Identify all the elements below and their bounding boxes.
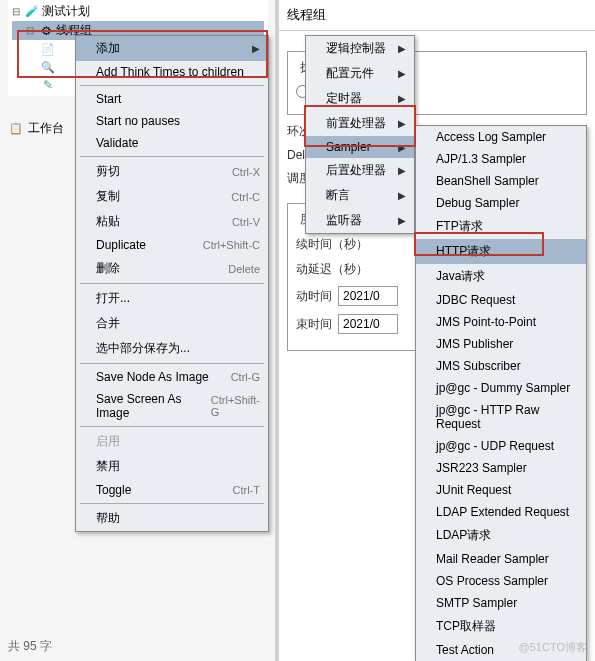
sampler-item[interactable]: JMS Publisher [416, 333, 586, 355]
sampler-item[interactable]: SMTP Sampler [416, 592, 586, 614]
sampler-item[interactable]: Access Log Sampler [416, 126, 586, 148]
end-time-label: 束时间 [296, 316, 332, 333]
start-time-input[interactable] [338, 286, 398, 306]
testplan-icon [24, 4, 40, 20]
menu-open[interactable]: 打开... [76, 286, 268, 311]
menu-start[interactable]: Start [76, 88, 268, 110]
submenu-preprocessor[interactable]: 前置处理器▶ [306, 111, 414, 136]
menu-disable[interactable]: 禁用 [76, 454, 268, 479]
gear-icon [38, 23, 54, 39]
sampler-item[interactable]: AJP/1.3 Sampler [416, 148, 586, 170]
sampler-item[interactable]: JMS Subscriber [416, 355, 586, 377]
sampler-item[interactable]: HTTP请求 [416, 239, 586, 264]
context-menu: 添加▶ Add Think Times to children Start St… [75, 35, 269, 532]
panel-title: 线程组 [279, 0, 595, 31]
menu-start-no-pauses[interactable]: Start no pauses [76, 110, 268, 132]
menu-duplicate[interactable]: DuplicateCtrl+Shift-C [76, 234, 268, 256]
submenu-logic[interactable]: 逻辑控制器▶ [306, 36, 414, 61]
clipboard-icon [8, 121, 24, 137]
sampler-item[interactable]: JSR223 Sampler [416, 457, 586, 479]
workbench-node[interactable]: 工作台 [8, 120, 64, 137]
menu-delete[interactable]: 删除Delete [76, 256, 268, 281]
submenu-postprocessor[interactable]: 后置处理器▶ [306, 158, 414, 183]
menu-save-selection[interactable]: 选中部分保存为... [76, 336, 268, 361]
sampler-item[interactable]: BeanShell Sampler [416, 170, 586, 192]
menu-save-node-image[interactable]: Save Node As ImageCtrl-G [76, 366, 268, 388]
chevron-right-icon: ▶ [398, 190, 406, 201]
submenu-add: 逻辑控制器▶ 配置元件▶ 定时器▶ 前置处理器▶ Sampler▶ 后置处理器▶… [305, 35, 415, 234]
chevron-right-icon: ▶ [398, 215, 406, 226]
menu-merge[interactable]: 合并 [76, 311, 268, 336]
sampler-item[interactable]: LDAP请求 [416, 523, 586, 548]
footer-text: 共 95 字 [8, 638, 52, 655]
chevron-right-icon: ▶ [398, 68, 406, 79]
doc-icon [40, 41, 56, 57]
sampler-item[interactable]: jp@gc - Dummy Sampler [416, 377, 586, 399]
sampler-item[interactable]: JUnit Request [416, 479, 586, 501]
submenu-sampler[interactable]: Sampler▶ [306, 136, 414, 158]
menu-add[interactable]: 添加▶ [76, 36, 268, 61]
sampler-item[interactable]: jp@gc - HTTP Raw Request [416, 399, 586, 435]
workbench-label: 工作台 [28, 120, 64, 137]
chevron-right-icon: ▶ [398, 93, 406, 104]
toggle-icon[interactable]: ⊟ [12, 6, 22, 17]
submenu-assertion[interactable]: 断言▶ [306, 183, 414, 208]
sampler-item[interactable]: Debug Sampler [416, 192, 586, 214]
submenu-config[interactable]: 配置元件▶ [306, 61, 414, 86]
menu-cut[interactable]: 剪切Ctrl-X [76, 159, 268, 184]
menu-validate[interactable]: Validate [76, 132, 268, 154]
start-time-label: 动时间 [296, 288, 332, 305]
sampler-item[interactable]: jp@gc - UDP Request [416, 435, 586, 457]
sampler-item[interactable]: FTP请求 [416, 214, 586, 239]
sampler-item[interactable]: JMS Point-to-Point [416, 311, 586, 333]
search-icon [40, 59, 56, 75]
sampler-item[interactable]: Java请求 [416, 264, 586, 289]
sampler-item[interactable]: TCP取样器 [416, 614, 586, 639]
end-time-input[interactable] [338, 314, 398, 334]
chevron-right-icon: ▶ [398, 43, 406, 54]
sampler-item[interactable]: OS Process Sampler [416, 570, 586, 592]
duration-label: 续时间（秒） [296, 236, 368, 253]
menu-help[interactable]: 帮助 [76, 506, 268, 531]
pencil-icon [40, 77, 56, 93]
sampler-item[interactable]: Mail Reader Sampler [416, 548, 586, 570]
menu-toggle[interactable]: ToggleCtrl-T [76, 479, 268, 501]
toggle-icon[interactable]: ⊟ [26, 25, 36, 36]
chevron-right-icon: ▶ [398, 165, 406, 176]
chevron-right-icon: ▶ [252, 43, 260, 54]
menu-enable: 启用 [76, 429, 268, 454]
menu-think-times[interactable]: Add Think Times to children [76, 61, 268, 83]
sampler-item[interactable]: LDAP Extended Request [416, 501, 586, 523]
chevron-right-icon: ▶ [398, 118, 406, 129]
submenu-listener[interactable]: 监听器▶ [306, 208, 414, 233]
startup-delay-label: 动延迟（秒） [296, 261, 368, 278]
menu-copy[interactable]: 复制Ctrl-C [76, 184, 268, 209]
tree-root-node[interactable]: ⊟ 测试计划 [12, 2, 264, 21]
watermark: @51CTO博客 [519, 640, 587, 655]
menu-paste[interactable]: 粘贴Ctrl-V [76, 209, 268, 234]
sampler-item[interactable]: JDBC Request [416, 289, 586, 311]
submenu-timer[interactable]: 定时器▶ [306, 86, 414, 111]
chevron-right-icon: ▶ [398, 142, 406, 153]
tree-root-label: 测试计划 [42, 3, 90, 20]
menu-save-screen-image[interactable]: Save Screen As ImageCtrl+Shift-G [76, 388, 268, 424]
submenu-sampler-list: Access Log SamplerAJP/1.3 SamplerBeanShe… [415, 125, 587, 661]
